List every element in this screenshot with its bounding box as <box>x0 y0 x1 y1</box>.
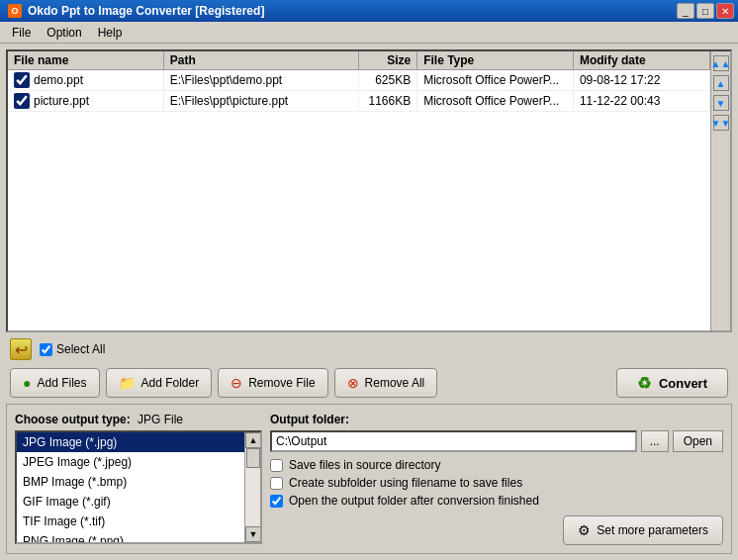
file-list-container: File name Path Size File Type Modify dat… <box>6 49 732 332</box>
list-item-gif[interactable]: GIF Image (*.gif) <box>17 492 244 512</box>
table-header: File name Path Size File Type Modify dat… <box>8 51 710 70</box>
open-after-checkbox[interactable] <box>270 495 283 508</box>
td-size-2: 1166KB <box>359 92 417 110</box>
td-modify-1: 09-08-12 17:22 <box>574 71 710 89</box>
add-folder-button[interactable]: 📁 Add Folder <box>106 368 213 398</box>
menu-bar: File Option Help <box>0 22 738 44</box>
checkbox-row-2: Create subfolder using filename to save … <box>270 476 723 490</box>
td-filename-2: picture.ppt <box>8 91 164 111</box>
filename-1: demo.ppt <box>34 73 83 87</box>
remove-all-button[interactable]: ⊗ Remove All <box>334 368 438 398</box>
checkbox-row-1: Save files in source directory <box>270 458 723 472</box>
remove-file-label: Remove File <box>248 376 315 390</box>
minimize-button[interactable]: _ <box>677 3 694 19</box>
add-folder-icon: 📁 <box>119 375 136 391</box>
folder-open-button[interactable]: Open <box>673 430 723 452</box>
table-row: demo.ppt E:\Files\ppt\demo.ppt 625KB Mic… <box>8 70 710 91</box>
td-filetype-1: Microsoft Office PowerP... <box>417 71 574 89</box>
filename-2: picture.ppt <box>34 94 89 108</box>
menu-file[interactable]: File <box>4 24 39 42</box>
title-bar: O Okdo Ppt to Image Converter [Registere… <box>0 0 738 22</box>
list-item-tif[interactable]: TIF Image (*.tif) <box>17 512 244 531</box>
row-checkbox-1[interactable] <box>14 72 30 88</box>
app-title: Okdo Ppt to Image Converter [Registered] <box>28 4 264 18</box>
col-header-size: Size <box>359 51 417 69</box>
bottom-panel: Choose output type: JPG File JPG Image (… <box>6 404 732 554</box>
remove-file-button[interactable]: ⊖ Remove File <box>218 368 327 398</box>
list-item-bmp[interactable]: BMP Image (*.bmp) <box>17 472 244 492</box>
set-params-button[interactable]: ⚙ Set more parameters <box>563 515 723 545</box>
convert-button[interactable]: ♻ Convert <box>616 368 728 398</box>
col-header-filename: File name <box>8 51 164 69</box>
sb-up-button[interactable]: ▲ <box>245 432 261 448</box>
select-bar: ↩ Select All <box>6 336 732 362</box>
td-filename-1: demo.ppt <box>8 70 164 90</box>
scroll-bottom-button[interactable]: ▼▼ <box>713 115 729 131</box>
col-header-filetype: File Type <box>417 51 574 69</box>
output-folder-section: Output folder: ... Open Save files in so… <box>270 413 723 545</box>
row-checkbox-2[interactable] <box>14 93 30 109</box>
output-type-label: Choose output type: JPG File <box>15 413 262 426</box>
select-all-checkbox[interactable] <box>40 343 52 356</box>
add-files-label: Add Files <box>37 376 86 390</box>
set-params-label: Set more parameters <box>597 523 708 537</box>
list-item-jpeg[interactable]: JPEG Image (*.jpeg) <box>17 452 244 472</box>
folder-browse-button[interactable]: ... <box>641 430 669 452</box>
col-header-modify: Modify date <box>574 51 710 69</box>
maximize-button[interactable]: □ <box>696 3 714 19</box>
output-type-section: Choose output type: JPG File JPG Image (… <box>15 413 262 545</box>
select-all-text: Select All <box>56 342 105 356</box>
add-folder-label: Add Folder <box>141 376 200 390</box>
output-type-listbox[interactable]: JPG Image (*.jpg) JPEG Image (*.jpeg) BM… <box>17 432 244 542</box>
output-folder-label: Output folder: <box>270 413 723 426</box>
app-icon: O <box>8 4 22 18</box>
add-files-button[interactable]: ● Add Files <box>10 368 100 398</box>
scroll-top-button[interactable]: ▲▲ <box>713 55 729 71</box>
select-all-label: Select All <box>40 342 105 356</box>
open-after-label: Open the output folder after conversion … <box>289 494 539 508</box>
folder-path-input[interactable] <box>270 430 637 452</box>
listbox-container: JPG Image (*.jpg) JPEG Image (*.jpeg) BM… <box>15 430 262 544</box>
td-path-2: E:\Files\ppt\picture.ppt <box>164 92 359 110</box>
selected-type-display: JPG File <box>138 413 183 426</box>
save-source-label: Save files in source directory <box>289 458 440 472</box>
scroll-up-button[interactable]: ▲ <box>713 75 729 91</box>
sb-thumb[interactable] <box>246 448 260 468</box>
file-table: File name Path Size File Type Modify dat… <box>8 51 710 330</box>
create-subfolder-label: Create subfolder using filename to save … <box>289 476 522 490</box>
td-modify-2: 11-12-22 00:43 <box>574 92 710 110</box>
convert-icon: ♻ <box>637 374 651 393</box>
menu-help[interactable]: Help <box>90 24 131 42</box>
title-controls: _ □ ✕ <box>677 3 734 19</box>
remove-all-icon: ⊗ <box>347 375 359 391</box>
main-content: File name Path Size File Type Modify dat… <box>0 44 738 560</box>
menu-option[interactable]: Option <box>39 24 89 42</box>
save-source-checkbox[interactable] <box>270 459 283 472</box>
td-filetype-2: Microsoft Office PowerP... <box>417 92 574 110</box>
col-header-path: Path <box>164 51 359 69</box>
listbox-scrollbar: ▲ ▼ <box>244 432 260 542</box>
remove-file-icon: ⊖ <box>231 375 242 391</box>
td-size-1: 625KB <box>359 71 417 89</box>
close-button[interactable]: ✕ <box>716 3 734 19</box>
table-row: picture.ppt E:\Files\ppt\picture.ppt 116… <box>8 91 710 112</box>
checkbox-row-3: Open the output folder after conversion … <box>270 494 723 508</box>
list-item-jpg[interactable]: JPG Image (*.jpg) <box>17 432 244 452</box>
sb-down-button[interactable]: ▼ <box>245 526 261 542</box>
folder-row: ... Open <box>270 430 723 452</box>
gear-icon: ⚙ <box>578 522 591 538</box>
list-item-png[interactable]: PNG Image (*.png) <box>17 531 244 542</box>
sb-track[interactable] <box>245 448 260 526</box>
title-bar-text: O Okdo Ppt to Image Converter [Registere… <box>8 4 264 18</box>
remove-all-label: Remove All <box>365 376 425 390</box>
scroll-down-button[interactable]: ▼ <box>713 95 729 111</box>
toolbar: ● Add Files 📁 Add Folder ⊖ Remove File ⊗… <box>6 366 732 400</box>
scroll-buttons: ▲▲ ▲ ▼ ▼▼ <box>710 51 730 330</box>
td-path-1: E:\Files\ppt\demo.ppt <box>164 71 359 89</box>
back-button[interactable]: ↩ <box>10 338 32 360</box>
add-files-icon: ● <box>23 375 31 391</box>
create-subfolder-checkbox[interactable] <box>270 477 283 490</box>
convert-label: Convert <box>659 376 707 391</box>
